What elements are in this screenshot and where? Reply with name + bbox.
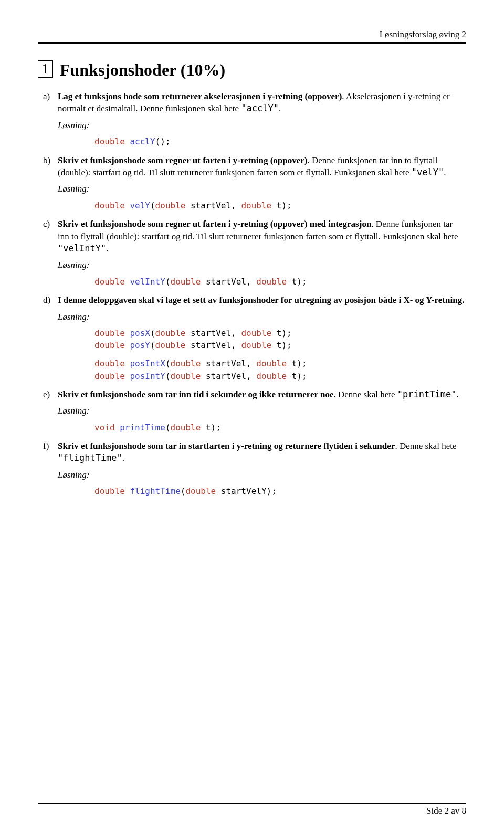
header-rule bbox=[38, 42, 466, 44]
code-c: double velIntY(double startVel, double t… bbox=[94, 276, 466, 288]
solution-label-f: Løsning: bbox=[58, 469, 466, 481]
question-d: d) I denne deloppgaven skal vi lage et s… bbox=[58, 294, 466, 382]
question-e-bold: Skriv et funksjonshode som tar inn tid i… bbox=[58, 389, 334, 399]
question-b-tt: "velY" bbox=[412, 167, 444, 177]
header-right: Løsningsforslag øving 2 bbox=[38, 29, 466, 40]
question-a-bold: Lag et funksjons hode som returnerer aks… bbox=[58, 91, 342, 101]
question-a-label: a) bbox=[43, 90, 50, 102]
question-list: a) Lag et funksjons hode som returnerer … bbox=[38, 90, 466, 497]
solution-label-a: Løsning: bbox=[58, 119, 466, 131]
code-e: void printTime(double t); bbox=[94, 422, 466, 434]
question-d-bold: I denne deloppgaven skal vi lage et sett… bbox=[58, 295, 464, 305]
question-a-text2: . bbox=[279, 103, 281, 113]
question-a-tt: "acclY" bbox=[241, 103, 279, 113]
question-b: b) Skriv et funksjonshode som regner ut … bbox=[58, 154, 466, 212]
page: Løsningsforslag øving 2 1 Funksjonshoder… bbox=[0, 0, 504, 832]
code-d-1: double posX(double startVel, double t); … bbox=[94, 327, 466, 351]
question-f-text1: . Denne skal hete bbox=[395, 441, 456, 451]
question-b-text2: . bbox=[444, 167, 446, 177]
code-f: double flightTime(double startVelY); bbox=[94, 485, 466, 497]
code-d-2: double posIntX(double startVel, double t… bbox=[94, 357, 466, 382]
solution-label-e: Løsning: bbox=[58, 405, 466, 417]
question-e-label: e) bbox=[43, 388, 50, 401]
question-e-text2: . bbox=[456, 389, 458, 399]
section-title: 1 Funksjonshoder (10%) bbox=[38, 60, 466, 80]
question-e-text1: . Denne skal hete bbox=[334, 389, 397, 399]
question-c-label: c) bbox=[43, 218, 50, 230]
question-f: f) Skriv et funksjonshode som tar in sta… bbox=[58, 440, 466, 498]
page-number: Side 2 av 8 bbox=[38, 806, 466, 816]
question-c-text2: . bbox=[106, 244, 108, 254]
question-e-tt: "printTime" bbox=[397, 389, 457, 399]
question-b-bold: Skriv et funksjonshode som regner ut far… bbox=[58, 155, 308, 165]
solution-label-d: Løsning: bbox=[58, 311, 466, 323]
section-title-text: Funksjonshoder (10%) bbox=[60, 60, 225, 79]
section-number-box: 1 bbox=[38, 60, 52, 78]
question-a: a) Lag et funksjons hode som returnerer … bbox=[58, 90, 466, 148]
solution-label-b: Løsning: bbox=[58, 183, 466, 195]
question-c-bold: Skriv et funksjonshode som regner ut far… bbox=[58, 219, 371, 229]
footer-rule bbox=[38, 803, 466, 804]
question-f-bold: Skriv et funksjonshode som tar in startf… bbox=[58, 441, 395, 451]
question-c-tt: "velIntY" bbox=[58, 243, 106, 254]
question-f-tt: "flightTime" bbox=[58, 452, 122, 463]
code-a: double acclY(); bbox=[94, 135, 466, 148]
question-f-label: f) bbox=[43, 440, 49, 452]
question-e: e) Skriv et funksjonshode som tar inn ti… bbox=[58, 388, 466, 434]
question-c: c) Skriv et funksjonshode som regner ut … bbox=[58, 218, 466, 288]
solution-label-c: Løsning: bbox=[58, 259, 466, 271]
question-f-text2: . bbox=[122, 453, 124, 463]
question-d-label: d) bbox=[43, 294, 50, 306]
question-b-label: b) bbox=[43, 154, 50, 166]
footer: Side 2 av 8 bbox=[38, 803, 466, 816]
code-b: double velY(double startVel, double t); bbox=[94, 199, 466, 212]
